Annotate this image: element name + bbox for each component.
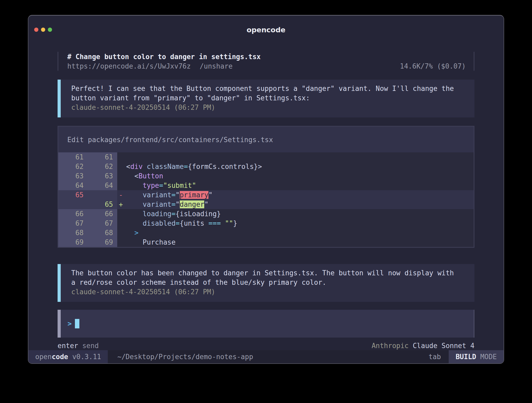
message-text: button variant from "primary" to "danger… bbox=[71, 93, 469, 103]
diff-row: 6161 bbox=[58, 152, 474, 162]
unshare-command[interactable]: /unshare bbox=[200, 62, 233, 71]
diff-row: 6262<div className={formCs.controls}> bbox=[58, 162, 474, 171]
app-window: opencode # Change button color to danger… bbox=[28, 15, 504, 364]
hint-row: enter send Anthropic Claude Sonnet 4 bbox=[58, 341, 474, 350]
traffic-lights bbox=[34, 16, 52, 44]
prompt-symbol: > bbox=[68, 320, 72, 328]
message-meta: claude-sonnet-4-20250514 (06:27 PM) bbox=[71, 287, 469, 297]
diff-table: 61616262<div className={formCs.controls}… bbox=[58, 152, 474, 247]
message-text: Perfect! I can see that the Button compo… bbox=[71, 84, 469, 93]
message-meta: claude-sonnet-4-20250514 (06:27 PM) bbox=[71, 103, 469, 112]
diff-row: 6464 type="submit" bbox=[58, 181, 474, 190]
token-usage: 14.6K/7% ($0.07) bbox=[400, 62, 466, 71]
diff-row: 6666 loading={isLoading} bbox=[58, 209, 474, 219]
minimize-icon[interactable] bbox=[41, 28, 45, 32]
assistant-message: The button color has been changed to dan… bbox=[58, 264, 474, 302]
maximize-icon[interactable] bbox=[48, 28, 52, 32]
diff-row: 6767 disabled={units === ""} bbox=[58, 219, 474, 228]
session-title: # Change button color to danger in setti… bbox=[67, 52, 466, 62]
prompt-input[interactable]: > bbox=[58, 310, 474, 338]
model-indicator: Anthropic Claude Sonnet 4 bbox=[372, 341, 474, 350]
message-accent-bar bbox=[58, 264, 61, 302]
diff-row: 65- variant="primary" bbox=[58, 190, 474, 200]
close-icon[interactable] bbox=[34, 28, 38, 32]
edit-file-path: Edit packages/frontend/src/containers/Se… bbox=[58, 127, 474, 152]
send-hint: enter send bbox=[58, 341, 99, 350]
message-text: a red/rose color scheme instead of the b… bbox=[71, 278, 469, 287]
text-cursor bbox=[75, 319, 79, 328]
message-accent-bar bbox=[58, 80, 61, 117]
edit-tool-block: Edit packages/frontend/src/containers/Se… bbox=[58, 126, 474, 248]
share-url-link[interactable]: https://opencode.ai/s/UwJxv76z bbox=[67, 62, 191, 71]
diff-row: 6969 Purchase bbox=[58, 237, 474, 247]
status-bar: opencode v0.3.11 ~/Desktop/Projects/demo… bbox=[28, 350, 504, 363]
diff-row: 65+ variant="danger" bbox=[58, 200, 474, 209]
app-version: opencode v0.3.11 bbox=[28, 350, 108, 363]
message-text: The button color has been changed to dan… bbox=[71, 268, 469, 278]
window-title: opencode bbox=[247, 26, 285, 34]
assistant-message: Perfect! I can see that the Button compo… bbox=[58, 80, 474, 117]
tab-key-hint: tab bbox=[428, 350, 441, 363]
input-accent-bar bbox=[58, 310, 61, 338]
working-directory: ~/Desktop/Projects/demo-notes-app bbox=[117, 350, 253, 363]
session-header: # Change button color to danger in setti… bbox=[58, 52, 474, 71]
main-content: # Change button color to danger in setti… bbox=[28, 44, 504, 350]
diff-row: 6363 <Button bbox=[58, 171, 474, 181]
mode-indicator[interactable]: BUILD MODE bbox=[449, 350, 504, 363]
titlebar: opencode bbox=[28, 16, 504, 44]
diff-row: 6868 > bbox=[58, 228, 474, 237]
